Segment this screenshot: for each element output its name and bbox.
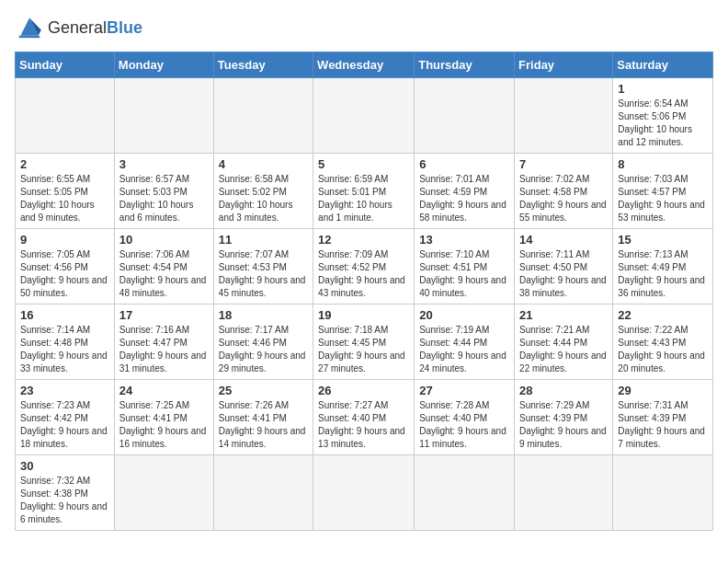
day-info: Sunrise: 7:14 AM Sunset: 4:48 PM Dayligh…: [20, 324, 109, 375]
day-info: Sunrise: 6:57 AM Sunset: 5:03 PM Dayligh…: [119, 173, 209, 224]
day-number: 14: [519, 233, 608, 247]
day-info: Sunrise: 7:26 AM Sunset: 4:41 PM Dayligh…: [219, 399, 308, 451]
calendar-cell: 16Sunrise: 7:14 AM Sunset: 4:48 PM Dayli…: [16, 304, 115, 380]
weekday-monday: Monday: [114, 52, 213, 78]
calendar-cell: 22Sunrise: 7:22 AM Sunset: 4:43 PM Dayli…: [613, 304, 713, 380]
calendar-cell: 11Sunrise: 7:07 AM Sunset: 4:53 PM Dayli…: [213, 229, 313, 304]
calendar-cell: [114, 78, 213, 154]
day-number: 28: [519, 384, 608, 397]
day-info: Sunrise: 7:29 AM Sunset: 4:39 PM Dayligh…: [519, 399, 608, 451]
calendar-cell: [313, 78, 415, 154]
calendar-cell: 12Sunrise: 7:09 AM Sunset: 4:52 PM Dayli…: [313, 229, 415, 304]
day-info: Sunrise: 7:10 AM Sunset: 4:51 PM Dayligh…: [419, 248, 509, 300]
week-row-4: 16Sunrise: 7:14 AM Sunset: 4:48 PM Dayli…: [16, 304, 713, 380]
day-info: Sunrise: 6:55 AM Sunset: 5:05 PM Dayligh…: [20, 173, 109, 224]
calendar-cell: [613, 455, 713, 531]
day-number: 15: [618, 233, 708, 247]
day-info: Sunrise: 7:11 AM Sunset: 4:50 PM Dayligh…: [519, 248, 608, 300]
weekday-sunday: Sunday: [16, 52, 115, 78]
calendar-cell: 3Sunrise: 6:57 AM Sunset: 5:03 PM Daylig…: [114, 154, 213, 229]
calendar-cell: 23Sunrise: 7:23 AM Sunset: 4:42 PM Dayli…: [16, 380, 115, 455]
day-number: 6: [419, 157, 509, 171]
calendar-cell: [213, 455, 313, 531]
calendar-cell: 8Sunrise: 7:03 AM Sunset: 4:57 PM Daylig…: [613, 154, 713, 229]
calendar-cell: [114, 455, 213, 531]
calendar-cell: 2Sunrise: 6:55 AM Sunset: 5:05 PM Daylig…: [16, 154, 115, 229]
calendar-cell: 28Sunrise: 7:29 AM Sunset: 4:39 PM Dayli…: [515, 380, 613, 455]
calendar-cell: 18Sunrise: 7:17 AM Sunset: 4:46 PM Dayli…: [213, 304, 313, 380]
weekday-tuesday: Tuesday: [213, 52, 313, 78]
calendar-cell: 6Sunrise: 7:01 AM Sunset: 4:59 PM Daylig…: [415, 154, 515, 229]
day-number: 10: [119, 233, 209, 247]
page-header: GeneralBlue: [15, 15, 713, 40]
calendar-cell: 19Sunrise: 7:18 AM Sunset: 4:45 PM Dayli…: [313, 304, 415, 380]
calendar-cell: [515, 78, 613, 154]
day-info: Sunrise: 7:17 AM Sunset: 4:46 PM Dayligh…: [219, 324, 308, 375]
week-row-2: 2Sunrise: 6:55 AM Sunset: 5:05 PM Daylig…: [16, 154, 713, 229]
day-info: Sunrise: 7:25 AM Sunset: 4:41 PM Dayligh…: [119, 399, 209, 451]
calendar-cell: [313, 455, 415, 531]
logo: GeneralBlue: [15, 15, 142, 40]
calendar-cell: 14Sunrise: 7:11 AM Sunset: 4:50 PM Dayli…: [515, 229, 613, 304]
day-info: Sunrise: 6:58 AM Sunset: 5:02 PM Dayligh…: [219, 173, 308, 224]
svg-rect-2: [19, 36, 40, 38]
day-number: 7: [519, 157, 608, 171]
calendar-cell: 27Sunrise: 7:28 AM Sunset: 4:40 PM Dayli…: [415, 380, 515, 455]
calendar-cell: 1Sunrise: 6:54 AM Sunset: 5:06 PM Daylig…: [613, 78, 713, 154]
weekday-friday: Friday: [515, 52, 613, 78]
day-info: Sunrise: 7:09 AM Sunset: 4:52 PM Dayligh…: [318, 248, 409, 300]
day-info: Sunrise: 7:19 AM Sunset: 4:44 PM Dayligh…: [419, 324, 509, 375]
day-info: Sunrise: 7:06 AM Sunset: 4:54 PM Dayligh…: [119, 248, 209, 300]
day-info: Sunrise: 7:28 AM Sunset: 4:40 PM Dayligh…: [419, 399, 509, 451]
day-number: 27: [419, 384, 509, 397]
week-row-1: 1Sunrise: 6:54 AM Sunset: 5:06 PM Daylig…: [16, 78, 713, 154]
day-number: 8: [618, 157, 708, 171]
calendar-cell: 13Sunrise: 7:10 AM Sunset: 4:51 PM Dayli…: [415, 229, 515, 304]
calendar-cell: [16, 78, 115, 154]
day-info: Sunrise: 7:07 AM Sunset: 4:53 PM Dayligh…: [219, 248, 308, 300]
calendar-cell: [515, 455, 613, 531]
calendar-cell: 30Sunrise: 7:32 AM Sunset: 4:38 PM Dayli…: [16, 455, 115, 531]
week-row-3: 9Sunrise: 7:05 AM Sunset: 4:56 PM Daylig…: [16, 229, 713, 304]
logo-text: GeneralBlue: [48, 18, 142, 38]
calendar-cell: 29Sunrise: 7:31 AM Sunset: 4:39 PM Dayli…: [613, 380, 713, 455]
calendar-cell: 26Sunrise: 7:27 AM Sunset: 4:40 PM Dayli…: [313, 380, 415, 455]
day-number: 16: [20, 308, 109, 322]
calendar-cell: 4Sunrise: 6:58 AM Sunset: 5:02 PM Daylig…: [213, 154, 313, 229]
day-number: 17: [119, 308, 209, 322]
calendar-cell: [415, 78, 515, 154]
day-number: 22: [618, 308, 708, 322]
day-number: 12: [318, 233, 409, 247]
day-info: Sunrise: 7:32 AM Sunset: 4:38 PM Dayligh…: [20, 475, 109, 526]
weekday-header-row: SundayMondayTuesdayWednesdayThursdayFrid…: [16, 52, 713, 78]
day-info: Sunrise: 7:27 AM Sunset: 4:40 PM Dayligh…: [318, 399, 409, 451]
day-info: Sunrise: 7:02 AM Sunset: 4:58 PM Dayligh…: [519, 173, 608, 224]
day-info: Sunrise: 7:13 AM Sunset: 4:49 PM Dayligh…: [618, 248, 708, 300]
calendar-cell: 24Sunrise: 7:25 AM Sunset: 4:41 PM Dayli…: [114, 380, 213, 455]
day-info: Sunrise: 7:05 AM Sunset: 4:56 PM Dayligh…: [20, 248, 109, 300]
calendar-cell: 17Sunrise: 7:16 AM Sunset: 4:47 PM Dayli…: [114, 304, 213, 380]
day-info: Sunrise: 7:16 AM Sunset: 4:47 PM Dayligh…: [119, 324, 209, 375]
day-info: Sunrise: 6:59 AM Sunset: 5:01 PM Dayligh…: [318, 173, 409, 224]
day-number: 2: [20, 157, 109, 171]
logo-icon: [15, 15, 44, 40]
day-info: Sunrise: 7:31 AM Sunset: 4:39 PM Dayligh…: [618, 399, 708, 451]
calendar-cell: 5Sunrise: 6:59 AM Sunset: 5:01 PM Daylig…: [313, 154, 415, 229]
week-row-5: 23Sunrise: 7:23 AM Sunset: 4:42 PM Dayli…: [16, 380, 713, 455]
weekday-thursday: Thursday: [415, 52, 515, 78]
day-number: 21: [519, 308, 608, 322]
day-info: Sunrise: 7:23 AM Sunset: 4:42 PM Dayligh…: [20, 399, 109, 451]
day-number: 5: [318, 157, 409, 171]
calendar-cell: 9Sunrise: 7:05 AM Sunset: 4:56 PM Daylig…: [16, 229, 115, 304]
day-number: 3: [119, 157, 209, 171]
day-number: 13: [419, 233, 509, 247]
day-info: Sunrise: 7:21 AM Sunset: 4:44 PM Dayligh…: [519, 324, 608, 375]
calendar-cell: 10Sunrise: 7:06 AM Sunset: 4:54 PM Dayli…: [114, 229, 213, 304]
calendar-cell: 20Sunrise: 7:19 AM Sunset: 4:44 PM Dayli…: [415, 304, 515, 380]
day-number: 11: [219, 233, 308, 247]
calendar-cell: 15Sunrise: 7:13 AM Sunset: 4:49 PM Dayli…: [613, 229, 713, 304]
day-number: 26: [318, 384, 409, 397]
day-number: 30: [20, 459, 109, 473]
day-number: 29: [618, 384, 708, 397]
calendar-cell: 25Sunrise: 7:26 AM Sunset: 4:41 PM Dayli…: [213, 380, 313, 455]
